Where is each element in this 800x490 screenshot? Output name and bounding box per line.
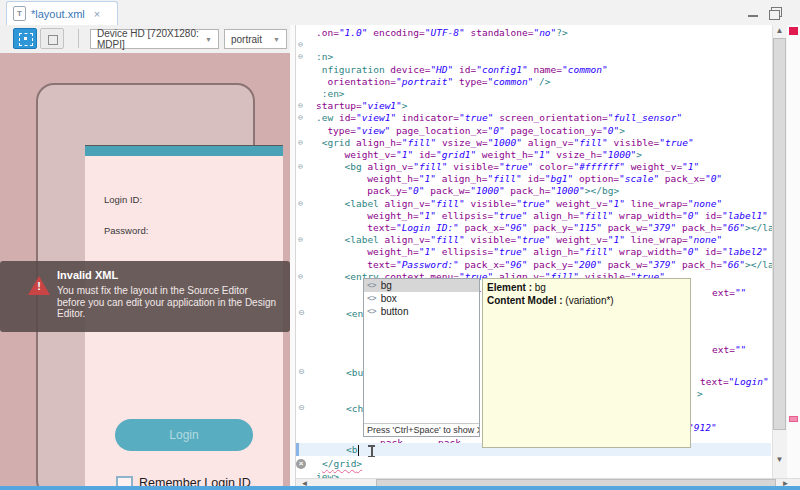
- xml-file-icon: T: [13, 6, 26, 21]
- chevron-down-icon: ▼: [205, 36, 212, 43]
- tab-close-icon[interactable]: ×: [94, 8, 100, 20]
- horizontal-scrollbar-thumb[interactable]: [376, 479, 776, 486]
- code-fragment[interactable]: <bu: [346, 367, 363, 378]
- content-assist-tooltip: Element : bg Content Model : (variation*…: [482, 278, 691, 448]
- design-editor-pane: Device HD [720X1280: MDPI] ▼ portrait ▼ …: [0, 25, 290, 486]
- preview-login-id-label[interactable]: Login ID:: [104, 194, 142, 205]
- code-line[interactable]: weight_h="1" align_h="fill" id="bg1" opt…: [296, 173, 774, 185]
- minimize-icon: [748, 15, 758, 17]
- fold-marker-icon[interactable]: ⊖: [298, 271, 303, 283]
- design-canvas[interactable]: Login ID: Password: Login Remember Login…: [0, 53, 290, 486]
- minimize-editor-button[interactable]: [746, 6, 762, 18]
- code-line[interactable]: ⊖: [296, 39, 774, 51]
- overview-error-marker[interactable]: [789, 27, 798, 35]
- code-line[interactable]: type="view" page_location_x="0" page_loc…: [296, 125, 774, 137]
- code-line[interactable]: ⊖<bg align_v="fill" visible="true" color…: [296, 161, 774, 173]
- code-fragment[interactable]: ext="": [712, 287, 746, 298]
- code-line[interactable]: text="Login ID:" pack_x="96" pack_y="115…: [296, 222, 774, 234]
- tab-layout-xml[interactable]: T *layout.xml ×: [6, 1, 118, 25]
- frame-mode-button[interactable]: [40, 28, 64, 49]
- overlay-title: Invalid XML: [57, 269, 118, 281]
- warning-triangle-icon: !: [28, 276, 50, 295]
- code-line[interactable]: :en>: [296, 88, 774, 100]
- fold-marker-icon[interactable]: ⊖: [298, 112, 303, 124]
- fold-marker-icon[interactable]: ⊖: [298, 307, 305, 319]
- device-selector-value: Device HD [720X1280: MDPI]: [97, 28, 205, 50]
- frame-icon: [48, 35, 58, 45]
- content-assist-item-bg[interactable]: <>bg: [364, 279, 479, 292]
- fold-marker-icon[interactable]: ⊖: [298, 137, 303, 149]
- code-line[interactable]: weight_h="1" ellipsis="true" align_h="fi…: [296, 210, 774, 222]
- editor-tab-bar: T *layout.xml ×: [0, 0, 800, 26]
- xml-element-icon: <>: [367, 305, 377, 318]
- source-editor-pane[interactable]: .on="1.0" encoding="UTF-8" standalone="n…: [296, 25, 800, 486]
- code-line[interactable]: ⊖startup="view1">: [296, 100, 774, 112]
- tooltip-element-value: bg: [535, 282, 546, 293]
- xml-element-icon: <>: [367, 279, 377, 292]
- current-line-text: <b: [346, 444, 357, 455]
- scroll-down-arrow[interactable]: ▼: [772, 455, 787, 464]
- code-fragment[interactable]: ext="": [712, 344, 746, 355]
- orientation-selector-value: portrait: [231, 34, 262, 45]
- content-assist-popup: <>bg<>box<>button Press 'Ctrl+Space' to …: [363, 278, 480, 437]
- code-line[interactable]: pack_y="0" pack_w="1000" pack_h="1000"><…: [296, 185, 774, 197]
- orientation-selector[interactable]: portrait ▼: [224, 29, 287, 49]
- code-fragment[interactable]: <en: [346, 308, 363, 319]
- code-lines: .on="1.0" encoding="UTF-8" standalone="n…: [296, 27, 774, 295]
- code-fragment[interactable]: text="Login": [700, 376, 769, 387]
- code-line[interactable]: ⊖<grid align_h="fill" vsize_w="1000" ali…: [296, 137, 774, 149]
- fold-marker-icon[interactable]: ⊖: [298, 402, 305, 414]
- overview-warning-marker[interactable]: [789, 416, 798, 422]
- code-line[interactable]: nfiguration device="HD" id="config1" nam…: [296, 64, 774, 76]
- text-caret: [358, 445, 359, 456]
- code-line[interactable]: ⊖<label align_v="fill" visible="true" we…: [296, 234, 774, 246]
- tooltip-element-label: Element :: [487, 282, 532, 293]
- content-assist-item-button[interactable]: <>button: [364, 305, 479, 318]
- code-line[interactable]: .on="1.0" encoding="UTF-8" standalone="n…: [296, 27, 774, 39]
- grid-close-line: </grid>: [322, 458, 362, 469]
- code-line[interactable]: weight_v="1" id="grid1" weight_h="1" vsi…: [296, 149, 774, 161]
- content-assist-item-box[interactable]: <>box: [364, 292, 479, 305]
- maximize-icon: [771, 7, 782, 17]
- screen-select-icon: [19, 33, 33, 46]
- toolbar-separator: [78, 29, 79, 48]
- overlay-message-line2: before you can edit your application in …: [57, 297, 290, 319]
- code-line[interactable]: ⊖:n>: [296, 51, 774, 63]
- ide-window: T *layout.xml × Device HD [720X1280: MDP…: [0, 0, 800, 490]
- error-marker-icon: ×: [296, 459, 306, 469]
- preview-title-bar: [85, 145, 283, 156]
- code-fragment[interactable]: <ch: [346, 403, 363, 414]
- overview-ruler: [787, 25, 800, 478]
- tab-title: *layout.xml: [31, 8, 85, 20]
- code-line[interactable]: orientation="portrait" type="common" />: [296, 76, 774, 88]
- code-line[interactable]: ⊖<label align_v="fill" visible="true" we…: [296, 198, 774, 210]
- code-line[interactable]: weight_h="1" ellipsis="true" align_h="fi…: [296, 246, 774, 258]
- preview-remember-label[interactable]: Remember Login ID: [139, 476, 251, 486]
- code-fragment[interactable]: >: [697, 388, 703, 399]
- fold-marker-icon[interactable]: ⊖: [298, 39, 303, 51]
- preview-login-button[interactable]: Login: [115, 419, 253, 451]
- design-toolbar: Device HD [720X1280: MDPI] ▼ portrait ▼: [0, 25, 290, 54]
- code-line[interactable]: ⊖.ew id="view1" indicator="true" screen_…: [296, 112, 774, 124]
- fold-marker-icon[interactable]: ⊖: [298, 234, 303, 246]
- fold-marker-icon[interactable]: ⊖: [298, 51, 303, 63]
- code-line[interactable]: text="Password:" pack_x="96" pack_y="200…: [296, 259, 774, 271]
- xml-element-icon: <>: [367, 292, 377, 305]
- fold-marker-icon[interactable]: ⊖: [298, 366, 305, 378]
- scroll-up-arrow[interactable]: ▲: [772, 26, 787, 35]
- scroll-left-arrow[interactable]: ◄: [297, 479, 312, 486]
- maximize-editor-button[interactable]: [768, 6, 784, 18]
- preview-password-label[interactable]: Password:: [104, 225, 148, 236]
- fold-marker-icon[interactable]: ⊖: [298, 161, 303, 173]
- device-selector[interactable]: Device HD [720X1280: MDPI] ▼: [90, 29, 219, 49]
- fold-marker-icon[interactable]: ⊖: [298, 100, 303, 112]
- tooltip-model-value: (variation*): [565, 295, 613, 306]
- code-fragment[interactable]: "912": [688, 422, 717, 433]
- fold-marker-icon[interactable]: ⊖: [298, 198, 303, 210]
- vertical-scrollbar-thumb[interactable]: [773, 38, 786, 430]
- scroll-right-arrow[interactable]: ►: [778, 479, 793, 486]
- mouse-ibeam-cursor: [368, 445, 375, 457]
- preview-remember-checkbox[interactable]: [116, 476, 133, 486]
- design-mode-button[interactable]: [13, 28, 37, 49]
- invalid-xml-overlay: ! Invalid XML You must fix the layout in…: [0, 261, 290, 332]
